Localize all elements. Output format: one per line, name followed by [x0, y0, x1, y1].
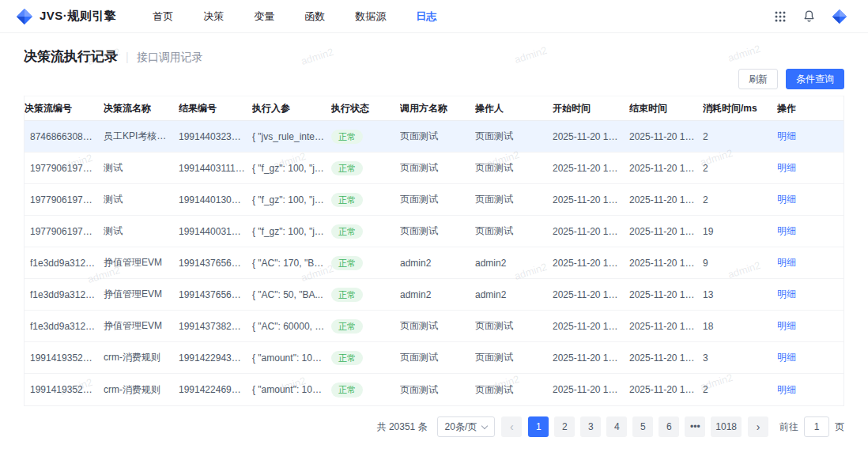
table-row: 197790619706365... 测试 199144003132264...… [25, 216, 843, 247]
detail-link[interactable]: 明细 [777, 162, 796, 173]
detail-link[interactable]: 明细 [777, 384, 796, 395]
cell-input-params: { "jvs_rule_interf... [252, 131, 331, 142]
nav-item[interactable]: 日志 [416, 9, 436, 24]
cell-start-time: 2025-11-20 16:24:50 [553, 384, 629, 395]
cell-end-time: 2025-11-20 16:24:50 [629, 384, 703, 395]
cell-result-id: 199144003132264... [179, 226, 252, 237]
status-badge: 正常 [331, 319, 363, 334]
records-table: 决策流编号 决策流名称 结果编号 执行入参 执行状态 调用方名称 操作人 开始时… [24, 96, 844, 406]
cell-caller: 页面测试 [400, 130, 475, 143]
cell-start-time: 2025-11-20 17:34:37 [553, 226, 629, 237]
page-number-button[interactable]: 5 [632, 416, 653, 437]
table-row: f1e3dd9a312d4abe... 挣值管理EVM 199143765687… [25, 247, 843, 279]
nav-item[interactable]: 数据源 [355, 9, 386, 24]
detail-link[interactable]: 明细 [777, 194, 796, 205]
page-number-button[interactable]: 1018 [711, 416, 742, 437]
cell-actions: 明细 [777, 256, 843, 269]
page-number-button[interactable]: ••• [685, 416, 705, 437]
status-badge: 正常 [331, 383, 363, 397]
cell-status: 正常 [331, 224, 400, 239]
table-row: 197790619706365... 测试 199144031112885...… [25, 153, 843, 184]
cell-status: 正常 [331, 161, 400, 175]
avatar-diamond-icon[interactable] [832, 9, 847, 24]
cell-input-params: { "AC": 170, "BA... [252, 258, 331, 269]
condition-query-button[interactable]: 条件查询 [786, 69, 844, 89]
cell-status: 正常 [331, 383, 400, 397]
cell-actions: 明细 [777, 319, 843, 333]
page-number-button[interactable]: 6 [659, 416, 679, 437]
nav-item[interactable]: 变量 [254, 9, 274, 24]
detail-link[interactable]: 明细 [777, 257, 796, 268]
bell-icon[interactable] [802, 9, 816, 23]
cell-operator: 页面测试 [475, 383, 553, 397]
cell-duration: 13 [703, 289, 777, 300]
cell-operator: 页面测试 [475, 351, 553, 364]
cell-start-time: 2025-11-20 17:25:11 [553, 258, 629, 269]
cell-operator: 页面测试 [475, 319, 553, 333]
table-body: 874686630877630... 员工KPI考核示例 19914403237… [25, 121, 843, 405]
cell-flow-id: f1e3dd9a312d4abe... [25, 258, 104, 269]
tab-decision-flow-records[interactable]: 决策流执行记录 [24, 47, 118, 66]
cell-duration: 3 [703, 352, 777, 364]
detail-link[interactable]: 明细 [777, 352, 796, 363]
cell-start-time: 2025-11-20 16:26:43 [553, 352, 629, 364]
refresh-button[interactable]: 刷新 [738, 69, 778, 89]
page-number-button[interactable]: 4 [606, 416, 627, 437]
cell-flow-name: crm-消费规则 [104, 351, 179, 364]
status-badge: 正常 [331, 193, 363, 207]
cell-caller: admin2 [400, 289, 475, 300]
column-header: 消耗时间/ms [703, 102, 777, 115]
cell-result-id: 199142294346390... [179, 352, 252, 364]
cell-status: 正常 [331, 319, 400, 334]
cell-status: 正常 [331, 351, 400, 365]
nav-item[interactable]: 首页 [153, 9, 173, 24]
cell-start-time: 2025-11-20 17:35:00 [553, 194, 629, 205]
status-badge: 正常 [331, 130, 363, 144]
detail-link[interactable]: 明细 [777, 320, 796, 331]
cell-duration: 2 [703, 194, 777, 205]
cell-operator: 页面测试 [475, 193, 553, 206]
total-count: 共 20351 条 [377, 420, 428, 434]
prev-page-button[interactable]: ‹ [501, 416, 522, 437]
cell-result-id: 199144031112885... [179, 163, 252, 174]
cell-caller: 页面测试 [400, 383, 475, 397]
cell-caller: 页面测试 [400, 319, 475, 333]
cell-result-id: 199143765687262... [179, 258, 252, 269]
nav-item[interactable]: 决策 [203, 9, 224, 24]
nav-item[interactable]: 函数 [304, 9, 325, 24]
status-badge: 正常 [331, 161, 363, 175]
page-number-button[interactable]: 3 [580, 416, 601, 437]
goto-page-input[interactable] [804, 416, 829, 437]
chevron-down-icon [481, 423, 488, 429]
main-content: 决策流执行记录 | 接口调用记录 刷新 条件查询 决策流编号 决策流名称 结果编… [0, 47, 868, 437]
cell-actions: 明细 [777, 288, 843, 301]
cell-caller: 页面测试 [400, 161, 475, 175]
detail-link[interactable]: 明细 [777, 225, 796, 236]
column-header: 调用方名称 [400, 102, 475, 115]
goto-label: 前往 [779, 420, 798, 434]
cell-start-time: 2025-11-20 17:35:44 [553, 163, 629, 174]
jvs-logo-icon [16, 8, 33, 25]
page-number-button[interactable]: 2 [554, 416, 575, 437]
apps-grid-icon[interactable] [774, 10, 787, 23]
cell-input-params: { "AC": 50, "BA... [252, 289, 331, 300]
column-header: 结束时间 [629, 102, 703, 115]
page-number-button[interactable]: 1 [528, 416, 549, 437]
cell-result-id: 199143738226315... [179, 321, 252, 332]
tab-interface-call-records[interactable]: 接口调用记录 [137, 51, 203, 65]
next-page-button[interactable]: › [748, 416, 768, 437]
table-row: 874686630877630... 员工KPI考核示例 19914403237… [25, 121, 843, 153]
cell-caller: admin2 [400, 258, 475, 269]
detail-link[interactable]: 明细 [777, 130, 796, 141]
cell-caller: 页面测试 [400, 193, 475, 206]
detail-link[interactable]: 明细 [777, 288, 796, 300]
cell-input-params: { "f_gz": 100, "jv... [252, 163, 331, 174]
cell-end-time: 2025-11-20 17:34:37 [629, 226, 703, 237]
cell-flow-id: 197790619706365... [25, 163, 104, 174]
cell-end-time: 2025-11-20 17:35:00 [629, 194, 703, 205]
cell-input-params: { "f_gz": 100, "jv... [252, 226, 331, 237]
page-size-select[interactable]: 20条/页 [437, 416, 496, 437]
cell-flow-name: 挣值管理EVM [104, 288, 179, 301]
cell-flow-id: f1e3dd9a312d4abe... [25, 321, 104, 332]
table-row: 199141935237212... crm-消费规则 199142294346… [25, 342, 843, 374]
